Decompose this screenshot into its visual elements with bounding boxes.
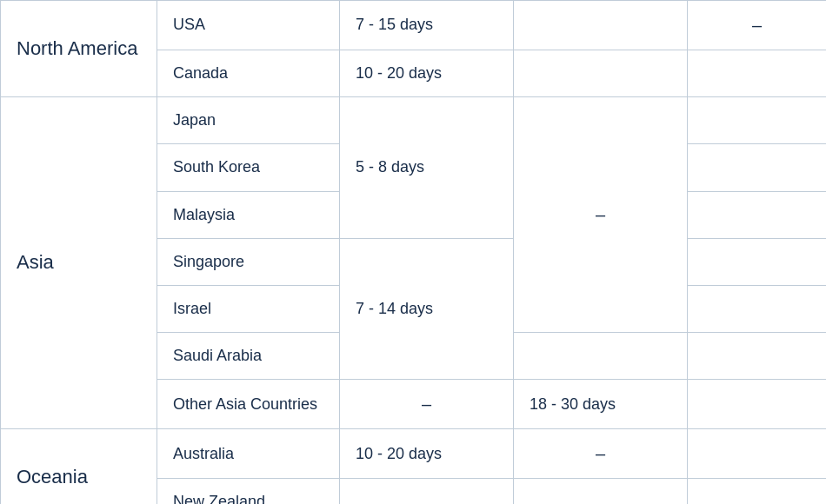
standard-cell — [514, 1, 688, 50]
country-cell: South Korea — [157, 144, 340, 191]
shipping-table-container: North AmericaUSA7 - 15 days–Canada10 - 2… — [0, 0, 826, 504]
express-cell: 10 - 20 days — [340, 429, 514, 479]
express-cell — [340, 479, 514, 504]
country-cell: Saudi Arabia — [157, 333, 340, 380]
economy-cell — [514, 333, 688, 380]
standard-cell — [514, 50, 688, 97]
country-cell: Japan — [157, 97, 340, 144]
country-cell: USA — [157, 1, 340, 50]
country-cell: Australia — [157, 429, 340, 479]
economy-cell — [688, 380, 827, 429]
express-cell: 5 - 8 days — [340, 97, 514, 239]
express-cell: 7 - 14 days — [340, 238, 514, 380]
country-cell: Canada — [157, 50, 340, 97]
express-cell: – — [340, 380, 514, 429]
country-cell: Malaysia — [157, 191, 340, 238]
economy-cell — [688, 238, 827, 285]
standard-cell — [514, 479, 688, 504]
economy-cell: – — [688, 1, 827, 50]
economy-cell — [688, 50, 827, 97]
express-cell: 10 - 20 days — [340, 50, 514, 97]
standard-cell: – — [514, 429, 688, 479]
country-cell: Other Asia Countries — [157, 380, 340, 429]
country-cell: Singapore — [157, 238, 340, 285]
economy-cell — [688, 429, 827, 479]
country-cell: New Zealand — [157, 479, 340, 504]
economy-cell — [688, 479, 827, 504]
economy-cell — [688, 97, 827, 144]
region-cell: North America — [1, 1, 157, 97]
country-cell: Israel — [157, 285, 340, 332]
express-cell: 7 - 15 days — [340, 1, 514, 50]
economy-cell — [688, 144, 827, 191]
standard-cell: 18 - 30 days — [514, 380, 688, 429]
region-cell: Asia — [1, 97, 157, 429]
shipping-table: North AmericaUSA7 - 15 days–Canada10 - 2… — [0, 0, 826, 504]
region-cell: Oceania — [1, 429, 157, 504]
standard-cell: – — [514, 97, 688, 333]
economy-cell — [688, 285, 827, 332]
economy-cell — [688, 191, 827, 238]
